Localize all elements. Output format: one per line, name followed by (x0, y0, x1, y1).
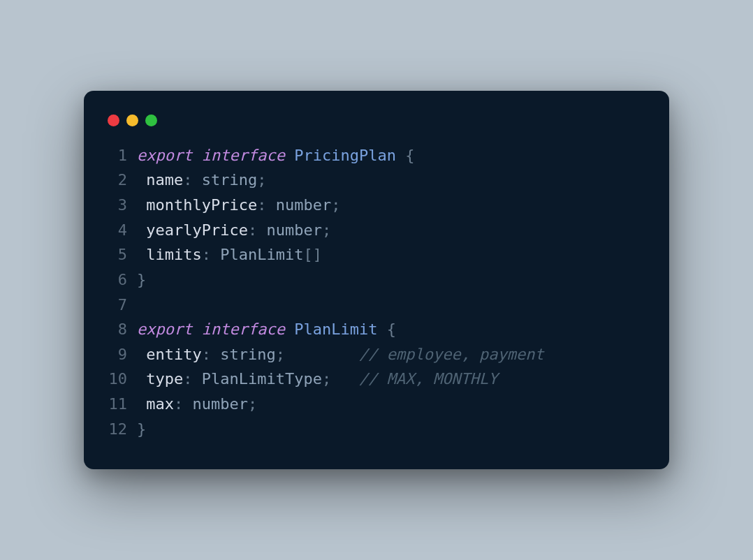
code-token: // MAX, MONTHLY (359, 370, 498, 388)
code-token: PlanLimit (294, 320, 377, 338)
line-number: 6 (106, 267, 137, 293)
line-content: entity: string; // employee, payment (137, 342, 647, 367)
code-token: string (202, 171, 257, 189)
line-content: } (137, 267, 647, 293)
code-token: name (146, 171, 183, 189)
code-token: max (146, 395, 174, 413)
code-token: export (137, 147, 192, 164)
line-content: } (137, 417, 647, 442)
code-token: : (202, 346, 221, 363)
line-content: limits: PlanLimit[] (137, 242, 647, 267)
code-token: : (248, 221, 267, 239)
code-token: number (276, 196, 331, 214)
code-line: 9 entity: string; // employee, payment (106, 342, 647, 367)
line-number: 5 (106, 242, 137, 267)
line-number: 10 (106, 367, 137, 392)
line-number: 11 (106, 392, 137, 417)
code-token (285, 346, 359, 363)
line-content: type: PlanLimitType; // MAX, MONTHLY (137, 367, 647, 392)
code-area: 1export interface PricingPlan {2 name: s… (106, 143, 647, 442)
code-token: number (193, 395, 248, 413)
code-token (137, 370, 146, 388)
code-line: 5 limits: PlanLimit[] (106, 242, 647, 267)
code-token: export (137, 320, 192, 338)
code-token: // employee, payment (359, 346, 544, 363)
code-token: : (174, 395, 193, 413)
code-token (137, 221, 146, 239)
code-token: PricingPlan (294, 147, 396, 164)
code-token: ; (248, 395, 257, 413)
code-token: ; (276, 346, 285, 363)
line-content: max: number; (137, 392, 647, 417)
line-content: monthlyPrice: number; (137, 193, 647, 218)
code-token: ; (322, 370, 331, 388)
code-token: entity (146, 346, 201, 363)
code-token: string (220, 346, 275, 363)
code-token: PlanLimitType (202, 370, 322, 388)
line-number: 4 (106, 218, 137, 243)
line-content: export interface PlanLimit { (137, 317, 647, 342)
code-line: 12} (106, 417, 647, 442)
line-number: 9 (106, 342, 137, 367)
code-token (192, 320, 201, 338)
code-token: PlanLimit (220, 246, 303, 263)
window-titlebar (106, 110, 647, 143)
line-content: yearlyPrice: number; (137, 218, 647, 243)
line-number: 3 (106, 193, 137, 218)
code-token (285, 147, 294, 164)
close-icon[interactable] (108, 115, 119, 126)
code-token: } (137, 271, 146, 288)
zoom-icon[interactable] (145, 115, 157, 126)
code-token (137, 346, 146, 363)
code-token: monthlyPrice (146, 196, 257, 214)
code-token: number (266, 221, 321, 239)
code-line: 3 monthlyPrice: number; (106, 193, 647, 218)
code-token (137, 395, 146, 413)
line-number: 12 (106, 417, 137, 442)
code-line: 7 (106, 293, 647, 318)
code-line: 8export interface PlanLimit { (106, 317, 647, 342)
code-token: : (183, 370, 202, 388)
line-content: name: string; (137, 168, 647, 193)
code-token: [] (303, 246, 322, 263)
code-line: 11 max: number; (106, 392, 647, 417)
line-content: export interface PricingPlan { (137, 143, 647, 168)
code-line: 2 name: string; (106, 168, 647, 193)
code-line: 6} (106, 267, 647, 293)
code-token: interface (202, 320, 285, 338)
minimize-icon[interactable] (126, 115, 138, 126)
code-token (137, 196, 146, 214)
code-token: ; (322, 221, 331, 239)
code-line: 10 type: PlanLimitType; // MAX, MONTHLY (106, 367, 647, 392)
code-token: : (202, 246, 221, 263)
code-window: 1export interface PricingPlan {2 name: s… (84, 91, 669, 470)
code-line: 1export interface PricingPlan { (106, 143, 647, 168)
code-token: { (377, 320, 396, 338)
code-token: limits (146, 246, 201, 263)
code-token: ; (331, 196, 340, 214)
code-token (285, 320, 294, 338)
code-token (137, 171, 146, 189)
code-token: : (183, 171, 202, 189)
code-token: interface (202, 147, 285, 164)
line-content (137, 293, 647, 318)
line-number: 7 (106, 293, 137, 318)
line-number: 2 (106, 168, 137, 193)
code-token: ; (257, 171, 266, 189)
code-token (331, 370, 359, 388)
code-token: { (396, 147, 415, 164)
code-token: : (257, 196, 276, 214)
line-number: 1 (106, 143, 137, 168)
code-token: type (146, 370, 183, 388)
code-token (192, 147, 201, 164)
line-number: 8 (106, 317, 137, 342)
code-line: 4 yearlyPrice: number; (106, 218, 647, 243)
code-token: } (137, 420, 146, 438)
code-token (137, 246, 146, 263)
code-token: yearlyPrice (146, 221, 248, 239)
